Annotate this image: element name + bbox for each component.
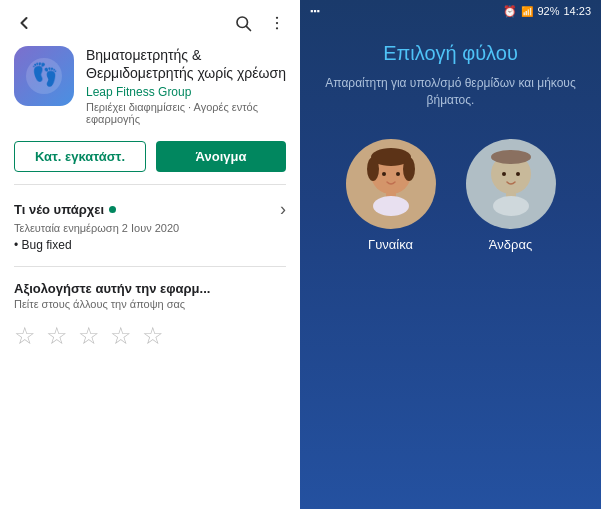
svg-point-9: [367, 157, 379, 181]
app-details: Βηματομετρητής & Θερμιδομετρητής χωρίς χ…: [86, 46, 286, 125]
svg-point-4: [276, 27, 278, 29]
svg-text:👣: 👣: [31, 61, 59, 88]
more-options-icon[interactable]: [268, 14, 286, 32]
svg-point-20: [493, 196, 529, 216]
app-screen-content: Επιλογή φύλου Απαραίτητη για υπολ/σμό θε…: [300, 22, 601, 509]
rate-subtitle: Πείτε στους άλλους την άποψη σας: [14, 298, 286, 310]
svg-point-3: [276, 22, 278, 24]
svg-point-17: [502, 172, 506, 176]
male-avatar: [466, 139, 556, 229]
rate-title: Αξιολογήστε αυτήν την εφαρμ...: [14, 281, 286, 296]
stars-row: ☆ ☆ ☆ ☆ ☆: [0, 314, 300, 358]
rate-section: Αξιολογήστε αυτήν την εφαρμ... Πείτε στο…: [0, 273, 300, 314]
svg-line-1: [246, 26, 250, 30]
status-right: ⏰ 📶 92% 14:23: [503, 5, 591, 18]
alarm-icon: ⏰: [503, 5, 517, 18]
buttons-row: Κατ. εγκατάστ. Άνοιγμα: [0, 135, 300, 178]
screen-subtitle: Απαραίτητη για υπολ/σμό θερμίδων και μήκ…: [316, 75, 585, 109]
divider-2: [14, 266, 286, 267]
svg-point-11: [382, 172, 386, 176]
green-dot-indicator: [109, 206, 116, 213]
bug-fixed-text: • Bug fixed: [14, 238, 286, 252]
divider-1: [14, 184, 286, 185]
female-label: Γυναίκα: [368, 237, 413, 252]
male-label: Άνδρας: [489, 237, 532, 252]
install-button[interactable]: Κατ. εγκατάστ.: [14, 141, 146, 172]
svg-point-12: [396, 172, 400, 176]
what-new-section: Τι νέο υπάρχει › Τελευταία ενημέρωση 2 Ι…: [0, 191, 300, 260]
update-date: Τελευταία ενημέρωση 2 Ιουν 2020: [14, 222, 286, 234]
what-new-label: Τι νέο υπάρχει: [14, 202, 104, 217]
top-bar-icons: [234, 14, 286, 32]
left-panel: 👣 Βηματομετρητής & Θερμιδομετρητής χωρίς…: [0, 0, 300, 509]
signal-icon: ▪▪▪: [310, 6, 320, 16]
back-button[interactable]: [14, 13, 34, 33]
arrow-right-icon[interactable]: ›: [280, 199, 286, 220]
gender-row: Γυναίκα: [346, 139, 556, 252]
svg-point-16: [491, 150, 531, 164]
right-panel: ▪▪▪ ⏰ 📶 92% 14:23 Επιλογή φύλου Απαραίτη…: [300, 0, 601, 509]
star-4[interactable]: ☆: [110, 322, 132, 350]
screen-title: Επιλογή φύλου: [383, 42, 518, 65]
star-1[interactable]: ☆: [14, 322, 36, 350]
top-bar: [0, 0, 300, 46]
battery-percent: 92%: [537, 5, 559, 17]
male-option[interactable]: Άνδρας: [466, 139, 556, 252]
female-option[interactable]: Γυναίκα: [346, 139, 436, 252]
what-new-title: Τι νέο υπάρχει: [14, 202, 116, 217]
status-left: ▪▪▪: [310, 6, 320, 16]
search-icon[interactable]: [234, 14, 252, 32]
app-developer[interactable]: Leap Fitness Group: [86, 85, 286, 99]
app-title: Βηματομετρητής & Θερμιδομετρητής χωρίς χ…: [86, 46, 286, 82]
star-2[interactable]: ☆: [46, 322, 68, 350]
status-bar: ▪▪▪ ⏰ 📶 92% 14:23: [300, 0, 601, 22]
app-info-section: 👣 Βηματομετρητής & Θερμιδομετρητής χωρίς…: [0, 46, 300, 135]
open-button[interactable]: Άνοιγμα: [156, 141, 286, 172]
female-avatar: [346, 139, 436, 229]
app-icon: 👣: [14, 46, 74, 106]
svg-point-18: [516, 172, 520, 176]
svg-point-2: [276, 17, 278, 19]
star-5[interactable]: ☆: [142, 322, 164, 350]
svg-point-14: [373, 196, 409, 216]
star-3[interactable]: ☆: [78, 322, 100, 350]
what-new-header: Τι νέο υπάρχει ›: [14, 199, 286, 220]
clock: 14:23: [563, 5, 591, 17]
app-meta: Περιέχει διαφημίσεις · Αγορές εντός εφαρ…: [86, 101, 286, 125]
wifi-icon: 📶: [521, 6, 533, 17]
svg-point-10: [403, 157, 415, 181]
